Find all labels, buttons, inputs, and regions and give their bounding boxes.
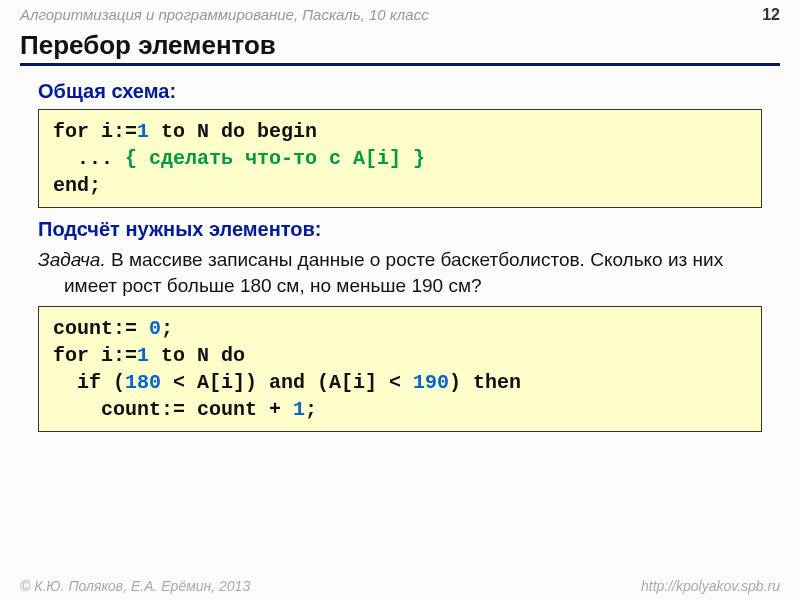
slide-header: Алгоритмизация и программирование, Паска…: [0, 0, 800, 26]
task-description: Задача. В массиве записаны данные о рост…: [38, 247, 762, 298]
code-text: count:=: [53, 317, 149, 340]
code-number: 0: [149, 317, 161, 340]
code-number: 190: [413, 371, 449, 394]
code-text: ...: [53, 147, 125, 170]
code-text: for i:=: [53, 344, 137, 367]
slide-title: Перебор элементов: [20, 30, 780, 66]
task-label: Задача.: [38, 249, 106, 270]
code-number: 1: [137, 344, 149, 367]
code-number: 180: [125, 371, 161, 394]
code-text: end;: [53, 174, 101, 197]
code-block-count: count:= 0; for i:=1 to N do if (180 < A[…: [38, 306, 762, 432]
slide-footer: © К.Ю. Поляков, Е.А. Ерёмин, 2013 http:/…: [20, 578, 780, 594]
course-title: Алгоритмизация и программирование, Паска…: [20, 6, 429, 23]
section1-heading: Общая схема:: [38, 80, 762, 103]
code-number: 1: [293, 398, 305, 421]
section2-heading: Подсчёт нужных элементов:: [38, 218, 762, 241]
code-text: ;: [161, 317, 173, 340]
slide-content: Общая схема: for i:=1 to N do begin ... …: [0, 66, 800, 432]
code-text: if (: [53, 371, 125, 394]
code-block-general-scheme: for i:=1 to N do begin ... { сделать что…: [38, 109, 762, 208]
code-text: to N do: [149, 344, 245, 367]
code-comment: { сделать что-то с A[i] }: [125, 147, 425, 170]
footer-copyright: © К.Ю. Поляков, Е.А. Ерёмин, 2013: [20, 578, 250, 594]
code-number: 1: [137, 120, 149, 143]
page-number: 12: [762, 6, 780, 24]
code-text: for i:=: [53, 120, 137, 143]
code-text: to N do begin: [149, 120, 317, 143]
code-text: < A[i]) and (A[i] <: [161, 371, 413, 394]
code-text: ) then: [449, 371, 521, 394]
code-text: count:= count +: [53, 398, 293, 421]
code-text: ;: [305, 398, 317, 421]
footer-url: http://kpolyakov.spb.ru: [641, 578, 780, 594]
task-body: В массиве записаны данные о росте баскет…: [64, 249, 723, 296]
